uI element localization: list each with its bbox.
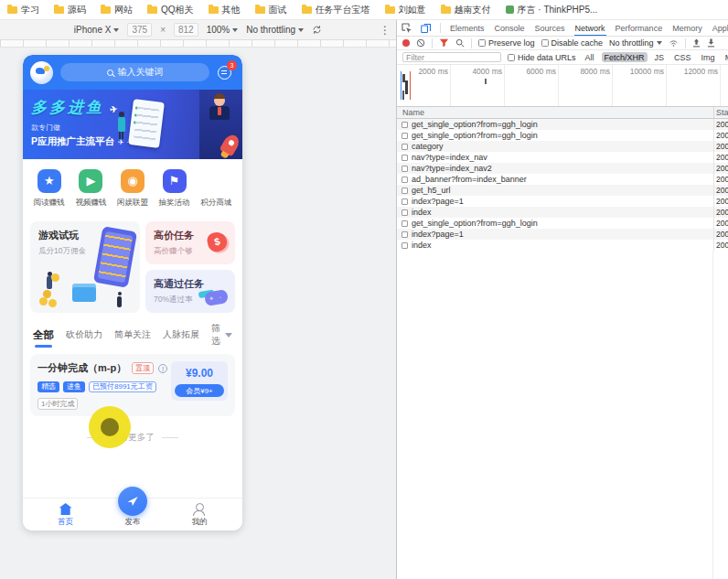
quick-action-item[interactable]: ★ 阅读赚钱 <box>30 169 69 209</box>
task-filter-tab[interactable]: 砍价助力 <box>66 328 102 341</box>
task-filter-tab[interactable]: 全部 <box>33 328 54 342</box>
request-checkbox[interactable] <box>401 242 408 249</box>
high-pass-task-card[interactable]: 高通过任务 70%通过率 + · <box>145 270 235 313</box>
bookmark-page[interactable]: 序言 · ThinkPHP5... <box>506 4 598 16</box>
bookmark-folder[interactable]: 其他 <box>209 4 241 16</box>
import-har-icon[interactable] <box>692 38 701 48</box>
bookmark-folder[interactable]: 任务平台宝塔 <box>302 4 370 16</box>
request-name: get_single_option?from=ggh_login <box>412 120 713 129</box>
high-price-task-card[interactable]: 高价任务 高价赚个够 $ <box>145 221 235 264</box>
quick-action-item[interactable]: ⚑ 抽奖活动 <box>155 169 194 209</box>
device-height-field[interactable]: 812 <box>174 23 198 37</box>
bookmark-folder[interactable]: 越南支付 <box>441 4 491 16</box>
preserve-log-checkbox[interactable]: Preserve log <box>478 38 535 48</box>
task-filter-tab[interactable]: 简单关注 <box>114 328 151 341</box>
request-type-filter[interactable]: Media <box>723 52 728 62</box>
devtools-tab[interactable]: Network <box>574 20 606 37</box>
bookmark-folder[interactable]: QQ相关 <box>147 4 194 16</box>
request-checkbox[interactable] <box>401 166 408 172</box>
throttling-select[interactable]: No throttling <box>246 25 304 35</box>
devtools-tab[interactable]: Memory <box>671 20 703 37</box>
request-type-filter[interactable]: All <box>583 52 597 62</box>
devtools-tab[interactable]: Console <box>494 20 526 37</box>
devtools-tab[interactable]: Sources <box>534 20 566 37</box>
devtools-tab[interactable]: Performance <box>615 20 664 37</box>
network-request-row[interactable]: ad_banner?from=index_banner 200 <box>397 174 728 185</box>
activity-bar <box>402 91 404 100</box>
clear-icon[interactable] <box>416 38 425 48</box>
promo-banner[interactable]: 多多进鱼✈ 款专门做 P应用推广主流平台✈ · <box>23 90 242 159</box>
task-card[interactable]: 一分钟完成（m-p） 置顶 ! 精选进鱼 已预付8991元工资 1小时完成 <box>30 354 235 416</box>
network-request-row[interactable]: get_h5_url 200 <box>397 185 728 196</box>
bookmark-folder[interactable]: 网站 <box>101 4 133 16</box>
devtools-tab[interactable]: Application <box>712 20 728 37</box>
device-select[interactable]: iPhone X <box>74 25 120 35</box>
request-checkbox[interactable] <box>401 155 408 161</box>
network-conditions-icon[interactable] <box>669 38 679 48</box>
quick-action-item[interactable]: ▶ 视频赚钱 <box>71 169 110 209</box>
request-checkbox[interactable] <box>401 220 408 227</box>
request-checkbox[interactable] <box>401 122 408 128</box>
request-type-filter[interactable]: Img <box>699 52 718 62</box>
task-filter-tab[interactable]: 人脉拓展 <box>163 328 199 341</box>
nav-publish[interactable]: 发布 <box>107 499 158 528</box>
zoom-select[interactable]: 100% <box>207 25 239 35</box>
network-request-row[interactable]: index?page=1 200 <box>397 229 728 240</box>
rotate-icon[interactable] <box>312 25 322 35</box>
request-type-filter[interactable]: Fetch/XHR <box>602 52 648 62</box>
hide-data-urls-checkbox[interactable]: Hide data URLs <box>508 53 576 62</box>
request-checkbox[interactable] <box>401 231 408 238</box>
network-request-row[interactable]: get_single_option?from=ggh_login 200 <box>397 130 728 141</box>
app-logo[interactable] <box>30 61 53 84</box>
figure-illustration <box>117 296 122 307</box>
bookmark-folder[interactable]: 学习 <box>7 4 39 16</box>
network-request-row[interactable]: get_single_option?from=ggh_login 200 <box>397 218 728 229</box>
devtools-tab[interactable]: Elements <box>449 20 486 37</box>
column-name[interactable]: Name <box>397 108 713 117</box>
network-filter-input[interactable] <box>402 52 501 62</box>
network-request-row[interactable]: get_single_option?from=ggh_login 200 <box>397 119 728 130</box>
device-toolbar-toggle-icon[interactable] <box>421 23 432 34</box>
task-price: ¥9.00 <box>175 367 224 380</box>
column-status[interactable]: Status <box>713 107 728 118</box>
time-tag: 1小时完成 <box>37 398 78 410</box>
bookmark-folder[interactable]: 面试 <box>255 4 287 16</box>
bookmark-folder[interactable]: 刘如意 <box>385 4 426 16</box>
quick-action-item[interactable]: ◉ 闲娱联盟 <box>113 169 152 209</box>
request-checkbox[interactable] <box>401 144 408 150</box>
network-request-row[interactable]: nav?type=index_nav 200 <box>397 152 728 163</box>
request-type-filter[interactable]: JS <box>652 52 668 62</box>
filter-funnel-icon[interactable] <box>439 38 449 48</box>
nav-mine[interactable]: 我的 <box>174 503 225 528</box>
request-checkbox[interactable] <box>401 209 408 216</box>
device-width-field[interactable]: 375 <box>127 23 152 37</box>
search-bar[interactable]: 输入关键词 <box>60 63 209 81</box>
request-checkbox[interactable] <box>401 198 408 205</box>
search-icon[interactable] <box>455 38 465 48</box>
network-overview-timeline[interactable]: 2000 ms 4000 ms 6000 ms 8000 ms 10000 ms… <box>397 65 728 107</box>
request-type-filter[interactable]: CSS <box>671 52 694 62</box>
filter-dropdown[interactable]: 筛选 <box>211 322 232 348</box>
network-request-row[interactable]: index 200 <box>397 207 728 218</box>
network-request-row[interactable]: index?page=1 200 <box>397 196 728 207</box>
info-icon[interactable]: ! <box>158 364 167 373</box>
message-button[interactable]: 3 <box>217 63 235 81</box>
requests-table-header[interactable]: Name Status <box>397 107 728 119</box>
network-throttling-select[interactable]: No throttling <box>609 38 662 48</box>
request-status: 200 <box>713 240 728 251</box>
kebab-menu-icon[interactable]: ⋮ <box>380 24 391 37</box>
quick-action-item[interactable]: 积分商城 <box>197 169 235 209</box>
inspect-element-icon[interactable] <box>401 23 412 34</box>
request-checkbox[interactable] <box>401 188 408 194</box>
network-request-row[interactable]: index 200 <box>397 240 728 251</box>
game-trial-card[interactable]: 游戏试玩 瓜分10万佣金 <box>30 221 140 313</box>
request-checkbox[interactable] <box>401 133 408 139</box>
network-request-row[interactable]: category 200 <box>397 141 728 152</box>
network-request-row[interactable]: nav?type=index_nav2 200 <box>397 163 728 174</box>
disable-cache-checkbox[interactable]: Disable cache <box>541 38 604 48</box>
export-har-icon[interactable] <box>707 38 715 48</box>
bookmark-folder[interactable]: 源码 <box>54 4 86 16</box>
record-button[interactable] <box>402 39 410 47</box>
nav-home[interactable]: 首页 <box>40 503 91 528</box>
request-checkbox[interactable] <box>401 177 408 183</box>
